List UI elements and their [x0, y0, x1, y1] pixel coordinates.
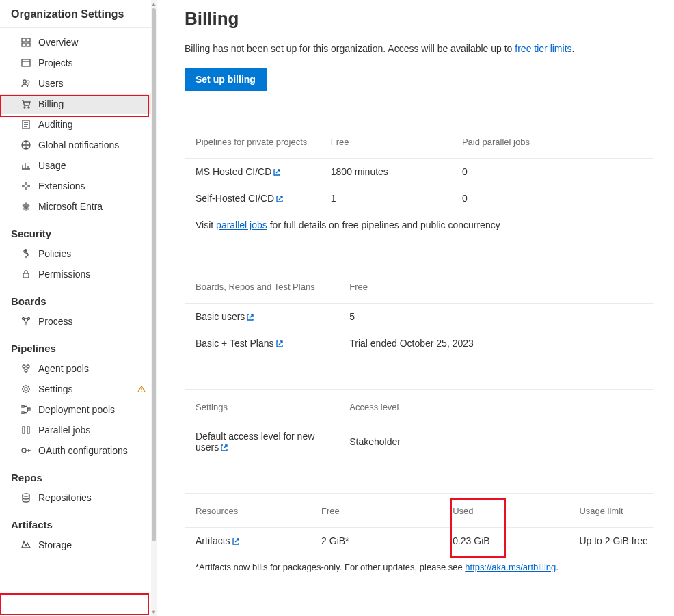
setup-billing-button[interactable]: Set up billing — [185, 68, 267, 91]
svg-point-27 — [23, 494, 29, 496]
section-artifacts: Artifacts — [0, 508, 157, 535]
table-row: Artifacts 2 GiB* 0.23 GiB Up to 2 GiB fr… — [185, 528, 653, 554]
self-hosted-link[interactable]: Self-Hosted CI/CD — [196, 193, 284, 204]
col-access: Access level — [344, 390, 653, 423]
sidebar-item-label: Policies — [38, 248, 146, 259]
sidebar: Organization Settings Overview Projects … — [0, 0, 157, 616]
sidebar-item-label: Billing — [38, 98, 146, 109]
cell-access: Stakeholder — [344, 423, 653, 460]
sidebar-item-parallel-jobs[interactable]: Parallel jobs — [0, 420, 157, 440]
settings-table: Settings Access level Default access lev… — [185, 390, 653, 460]
cell-free: 2 GiB* — [316, 528, 447, 554]
artbilling-link[interactable]: https://aka.ms/artbilling — [465, 562, 556, 572]
scroll-thumb[interactable] — [152, 8, 156, 541]
sidebar-item-usage[interactable]: Usage — [0, 155, 157, 176]
table-row: Self-Hosted CI/CD 1 0 — [185, 185, 653, 212]
sidebar-item-policies[interactable]: Policies — [0, 243, 157, 264]
cell-free: Trial ended October 25, 2023 — [344, 330, 653, 357]
default-access-link[interactable]: Default access level for new users — [196, 431, 314, 453]
svg-rect-23 — [28, 408, 30, 410]
col-resources: Resources — [185, 494, 316, 528]
svg-rect-25 — [27, 427, 29, 433]
intro-prefix: Billing has not been set up for this org… — [185, 43, 515, 54]
policies-icon — [21, 248, 31, 259]
sidebar-item-projects[interactable]: Projects — [0, 53, 157, 73]
artifacts-link[interactable]: Artifacts — [196, 535, 240, 546]
sidebar-item-auditing[interactable]: Auditing — [0, 114, 157, 135]
svg-point-17 — [23, 365, 25, 368]
sidebar-item-microsoft-entra[interactable]: Microsoft Entra — [0, 196, 157, 217]
sidebar-item-label: Users — [38, 78, 146, 89]
sidebar-item-label: Auditing — [38, 119, 146, 130]
scroll-up-arrow: ▲ — [151, 0, 157, 8]
sidebar-item-label: Global notifications — [38, 139, 146, 150]
sidebar-item-settings[interactable]: Settings — [0, 379, 157, 399]
deployment-icon — [21, 404, 31, 415]
auditing-icon — [21, 119, 31, 130]
section-pipelines: Pipelines — [0, 332, 157, 358]
table-row: Basic users 5 — [185, 304, 653, 330]
svg-rect-22 — [22, 412, 24, 414]
external-link-icon — [232, 537, 240, 546]
sidebar-scrollbar[interactable]: ▲ ▼ — [151, 0, 157, 616]
svg-rect-21 — [22, 405, 24, 407]
sidebar-item-label: Permissions — [38, 269, 146, 280]
external-link-icon — [246, 313, 254, 321]
col-used: Used — [447, 494, 574, 528]
sidebar-item-extensions[interactable]: Extensions — [0, 176, 157, 196]
sidebar-nav: Overview Projects Users Billing Auditing… — [0, 28, 157, 559]
sidebar-item-deployment-pools[interactable]: Deployment pools — [0, 399, 157, 420]
usage-icon — [21, 160, 31, 171]
basic-users-link[interactable]: Basic users — [196, 311, 254, 322]
svg-rect-4 — [22, 59, 30, 66]
parallel-jobs-link[interactable]: parallel jobs — [216, 219, 267, 230]
free-tier-link[interactable]: free tier limits — [515, 43, 571, 54]
svg-point-20 — [25, 388, 27, 390]
page-title: Billing — [185, 8, 653, 29]
scroll-down-arrow: ▼ — [151, 608, 157, 616]
col-free: Free — [325, 124, 457, 159]
col-free: Free — [344, 269, 653, 304]
pipelines-section: Pipelines for private projects Free Paid… — [185, 124, 653, 236]
sidebar-item-repositories[interactable]: Repositories — [0, 487, 157, 508]
external-link-icon — [275, 195, 284, 203]
svg-point-26 — [22, 448, 26, 453]
sidebar-item-label: OAuth configurations — [38, 445, 146, 456]
sidebar-item-permissions[interactable]: Permissions — [0, 264, 157, 284]
sidebar-item-storage[interactable]: Storage — [0, 535, 157, 555]
svg-rect-3 — [27, 43, 30, 46]
sidebar-item-global-notifications[interactable]: Global notifications — [0, 135, 157, 155]
sidebar-item-process[interactable]: Process — [0, 311, 157, 332]
cell-paid: 0 — [457, 185, 653, 212]
sidebar-item-label: Storage — [38, 539, 146, 550]
section-boards: Boards — [0, 284, 157, 311]
sidebar-item-overview[interactable]: Overview — [0, 32, 157, 53]
sidebar-item-billing[interactable]: Billing — [0, 94, 157, 114]
sidebar-item-oauth[interactable]: OAuth configurations — [0, 440, 157, 461]
gear-icon — [21, 384, 31, 394]
svg-rect-1 — [27, 38, 30, 42]
ms-hosted-link[interactable]: MS Hosted CI/CD — [196, 166, 281, 177]
entra-icon — [21, 201, 31, 212]
sidebar-item-users[interactable]: Users — [0, 73, 157, 94]
basic-test-plans-link[interactable]: Basic + Test Plans — [196, 338, 284, 349]
section-repos: Repos — [0, 461, 157, 487]
svg-point-8 — [28, 107, 29, 108]
sidebar-item-label: Process — [38, 316, 146, 327]
resources-table: Resources Free Used Usage limit Artifact… — [185, 494, 653, 554]
svg-point-12 — [25, 250, 27, 251]
svg-point-11 — [25, 185, 27, 187]
storage-icon — [21, 539, 31, 550]
sidebar-item-label: Repositories — [38, 492, 146, 503]
svg-rect-13 — [23, 273, 29, 278]
sidebar-item-agent-pools[interactable]: Agent pools — [0, 358, 157, 379]
oauth-icon — [21, 445, 31, 456]
sidebar-item-label: Overview — [38, 37, 146, 48]
svg-point-18 — [27, 365, 29, 368]
main-content: Billing Billing has not been set up for … — [157, 0, 674, 616]
highlight-storage — [0, 593, 149, 615]
globe-icon — [21, 139, 31, 150]
col-paid: Paid parallel jobs — [457, 124, 653, 159]
table-row: Default access level for new users Stake… — [185, 423, 653, 460]
sidebar-item-label: Settings — [38, 384, 129, 394]
